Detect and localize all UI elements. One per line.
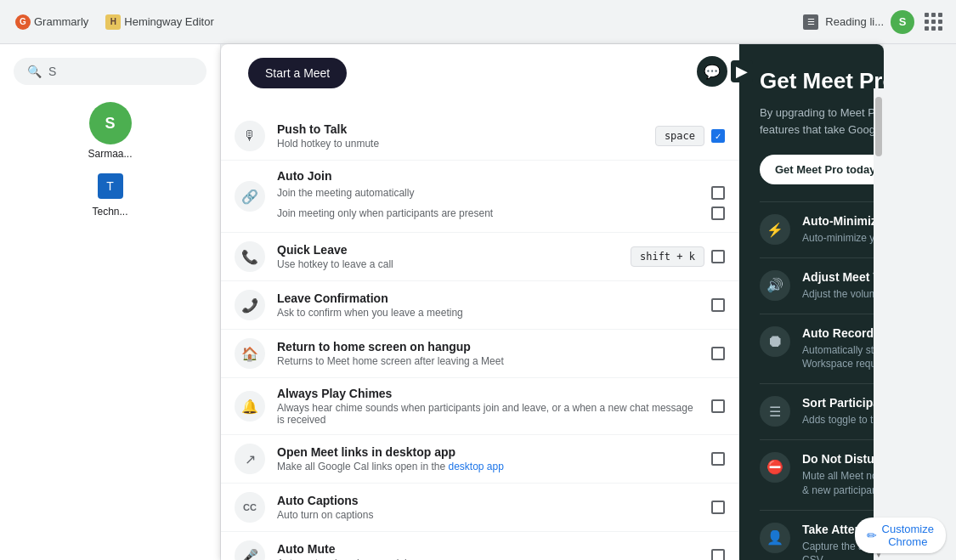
chimes-desc: Always hear chime sounds when participan… [277,402,699,426]
auto-join-sub2: Join meeting only when participants are … [277,203,725,223]
quick-leave-hotkey: shift + k [631,246,704,267]
customize-chrome-label: Customize Chrome [882,523,934,548]
auto-captions-control [711,501,725,514]
desktop-app-link[interactable]: desktop app [448,461,503,472]
scrollbar-track[interactable]: ▼ [874,88,884,560]
return-home-content: Return to home screen on hangup Returns … [277,340,699,367]
feature-auto-record: ⏺ Auto Record Automatically start record… [760,314,884,384]
auto-record-title: Auto Record [802,326,874,340]
search-bar[interactable]: 🔍 S [14,58,206,85]
grid-apps-icon[interactable] [921,9,946,34]
auto-record-desc: Automatically start recording the Meet (… [802,343,884,372]
auto-join-sub1: Join the meeting automatically [277,183,725,203]
feature-do-not-disturb: ⛔ Do Not Disturb Mute all Meet notificat… [760,439,884,510]
return-home-title: Return to home screen on hangup [277,340,699,354]
quick-leave-title: Quick Leave [277,243,619,257]
push-to-talk-content: Push to Talk Hold hotkey to unmute [277,122,643,150]
sort-participants-title-row: Sort Participant List [802,396,884,410]
contact-2-label: Techn... [92,206,127,218]
auto-captions-checkbox[interactable] [711,501,725,514]
pro-title: Get Meet Pro ⚡ [760,68,884,94]
leave-confirmation-desc: Ask to confirm when you leave a meeting [277,307,699,319]
sort-participants-icon: ☰ [760,396,790,427]
do-not-disturb-icon: ⛔ [760,452,790,483]
right-chrome-area [884,44,956,560]
chimes-icon: 🔔 [235,391,265,421]
setting-chimes: 🔔 Always Play Chimes Always hear chime s… [221,378,738,435]
extensions-area: G Grammarly H Hemingway Editor [10,11,219,33]
quick-leave-desc: Use hotkey to leave a call [277,258,619,270]
adjust-volume-icon: 🔊 [760,270,790,301]
return-home-control [711,347,725,360]
setting-auto-mute: 🎤 Auto Mute Auto mute microphone on join [221,532,738,560]
leave-confirmation-content: Leave Confirmation Ask to confirm when y… [277,291,699,319]
chimes-control [711,399,725,413]
auto-join-checkbox-1[interactable] [711,186,725,200]
meet-panel: Start a Meet 🎙 Push to Talk Hold hotkey … [221,44,884,560]
open-links-desc: Make all Google Cal links open in the de… [277,461,699,472]
customize-chrome-button[interactable]: ✏ Customize Chrome [855,518,946,553]
contact-2[interactable]: T Techn... [14,173,206,218]
grammarly-label: Grammarly [34,15,88,28]
push-to-talk-control: space [655,126,725,146]
return-home-icon: 🏠 [235,338,265,369]
chimes-title: Always Play Chimes [277,387,699,400]
leave-confirmation-checkbox[interactable] [711,298,725,312]
feature-auto-minimize: ⚡ Auto-Minimize video NEW Auto-minimize … [760,201,884,257]
auto-mute-checkbox[interactable] [711,549,725,560]
auto-minimize-title: Auto-Minimize video [802,214,884,228]
pro-cta-button[interactable]: Get Meet Pro today → [760,155,884,184]
chimes-checkbox[interactable] [711,399,725,413]
auto-captions-title: Auto Captions [277,494,699,507]
return-home-checkbox[interactable] [711,347,725,360]
pro-panel: Get Meet Pro ⚡ By upgrading to Meet Pro … [739,44,884,560]
auto-mute-title: Auto Mute [277,542,699,556]
customize-chrome-pencil-icon: ✏ [867,529,877,542]
scrollbar-thumb[interactable] [875,97,882,156]
contact-2-icon: T [98,173,123,199]
settings-pane: Start a Meet 🎙 Push to Talk Hold hotkey … [221,44,739,560]
setting-open-links: ↗ Open Meet links in desktop app Make al… [221,435,738,484]
auto-join-checkbox-2[interactable] [711,206,725,220]
hemingway-label: Hemingway Editor [124,15,214,28]
adjust-volume-desc: Adjust the volume level of the Meet [802,287,884,302]
setting-quick-leave: 📞 Quick Leave Use hotkey to leave a call… [221,233,738,281]
leave-confirmation-title: Leave Confirmation [277,291,699,305]
main-area: 🔍 S S Sarmaa... T Techn... Start a Meet … [0,44,956,560]
sort-participants-desc: Adds toggle to the participant list to s… [802,413,884,427]
pro-subtitle: By upgrading to Meet Pro you get access … [760,105,884,138]
profile-avatar[interactable]: S [891,10,914,34]
reading-list-icon: ☰ [803,14,818,30]
reading-list-label[interactable]: Reading li... [825,15,884,28]
sort-participants-content: Sort Participant List Adds toggle to the… [802,396,884,427]
push-to-talk-hotkey: space [655,126,704,146]
push-to-talk-icon: 🎙 [235,121,265,151]
sort-participants-title: Sort Participant List [802,396,884,410]
take-attendance-icon: 👤 [760,523,790,553]
contact-1-avatar: S [89,102,132,144]
do-not-disturb-title: Do Not Disturb [802,452,884,466]
setting-auto-captions: CC Auto Captions Auto turn on captions [221,484,738,532]
adjust-volume-title: Adjust Meet Volume [802,270,884,284]
hemingway-extension[interactable]: H Hemingway Editor [100,11,219,33]
do-not-disturb-desc: Mute all Meet notification sounds, hide … [802,469,884,498]
start-meet-button[interactable]: Start a Meet [248,58,347,88]
push-to-talk-checkbox[interactable] [711,129,725,143]
auto-captions-desc: Auto turn on captions [277,509,699,521]
search-icon: 🔍 [27,65,42,78]
setting-auto-join: 🔗 Auto Join Join the meeting automatical… [221,161,738,233]
auto-join-icon: 🔗 [235,181,265,212]
contact-1[interactable]: S Sarmaa... [14,102,206,160]
do-not-disturb-title-row: Do Not Disturb [802,452,884,466]
quick-leave-checkbox[interactable] [711,250,725,263]
auto-minimize-desc: Auto-minimize your video when you join a… [802,231,884,246]
grammarly-extension[interactable]: G Grammarly [10,11,93,33]
chimes-content: Always Play Chimes Always hear chime sou… [277,387,699,426]
leave-confirmation-icon: 📞 [235,290,265,320]
auto-minimize-content: Auto-Minimize video NEW Auto-minimize yo… [802,214,884,246]
feature-adjust-volume: 🔊 Adjust Meet Volume NEW Adjust the volu… [760,257,884,314]
push-to-talk-title: Push to Talk [277,122,643,136]
meet-play-icon: ▶ [731,60,753,82]
left-sidebar: 🔍 S S Sarmaa... T Techn... [0,44,221,560]
open-links-checkbox[interactable] [711,452,725,466]
